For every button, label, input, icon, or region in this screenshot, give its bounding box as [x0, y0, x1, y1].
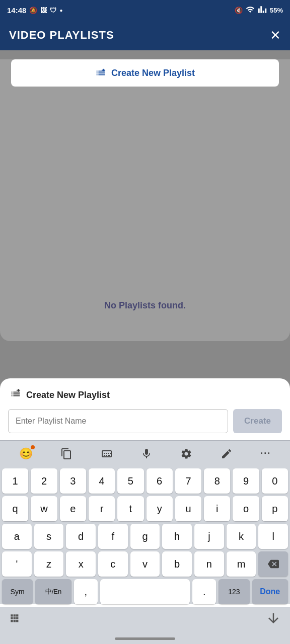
key-u[interactable]: u: [175, 496, 201, 521]
content-area: Create New Playlist No Playlists found.: [0, 59, 290, 341]
bottom-sheet-header: Create New Playlist: [0, 378, 290, 402]
create-btn-top-label: Create New Playlist: [111, 68, 195, 78]
pen-button[interactable]: [218, 445, 236, 463]
key-7[interactable]: 7: [175, 468, 201, 494]
drag-indicator-bar: [115, 637, 175, 640]
key-f[interactable]: f: [98, 524, 128, 549]
bottom-nav-bar: [0, 607, 290, 633]
keyboard-settings-button[interactable]: [98, 445, 116, 463]
key-comma[interactable]: ,: [74, 579, 98, 604]
clipboard-button[interactable]: [57, 445, 76, 463]
key-y[interactable]: y: [147, 496, 173, 521]
drag-indicator: [0, 633, 290, 644]
emoji-dot: [31, 445, 35, 449]
battery-text: 55%: [270, 7, 283, 14]
key-5[interactable]: 5: [117, 468, 143, 494]
notifications-off-icon: 🔕: [29, 7, 37, 14]
key-1[interactable]: 1: [2, 468, 28, 494]
mute-icon: 🔇: [235, 7, 243, 14]
key-w[interactable]: w: [31, 496, 57, 521]
keyboard-row-bottom: Sym 中/En , . 123 Done: [0, 579, 290, 604]
key-i[interactable]: i: [204, 496, 230, 521]
key-g[interactable]: g: [130, 524, 160, 549]
key-lang[interactable]: 中/En: [35, 579, 71, 604]
key-v[interactable]: v: [130, 551, 160, 577]
key-x[interactable]: x: [66, 551, 96, 577]
key-j[interactable]: j: [194, 524, 224, 549]
key-123[interactable]: 123: [219, 579, 249, 604]
key-2[interactable]: 2: [31, 468, 57, 494]
key-t[interactable]: t: [117, 496, 143, 521]
settings-button[interactable]: [177, 445, 195, 463]
key-z[interactable]: z: [34, 551, 64, 577]
key-4[interactable]: 4: [89, 468, 115, 494]
key-sym[interactable]: Sym: [2, 579, 33, 604]
key-period[interactable]: .: [192, 579, 216, 604]
key-a[interactable]: a: [2, 524, 32, 549]
key-h[interactable]: h: [162, 524, 192, 549]
key-c[interactable]: c: [98, 551, 128, 577]
keyboard-row-zxcv: ' z x c v b n m: [0, 551, 290, 577]
key-backspace[interactable]: [258, 551, 288, 577]
photo-icon: 🖼: [40, 7, 47, 14]
keyboard-grid-button[interactable]: [9, 613, 22, 627]
status-bar: 14:48 🔕 🖼 🛡 ● 🔇 55%: [0, 0, 290, 20]
mic-button[interactable]: [137, 445, 156, 463]
no-playlists-text: No Playlists found.: [0, 300, 290, 311]
key-m[interactable]: m: [227, 551, 256, 577]
keyboard-row-asdf: a s d f g h j k l: [0, 524, 290, 549]
bottom-sheet-title: Create New Playlist: [26, 390, 110, 400]
key-8[interactable]: 8: [204, 468, 230, 494]
key-b[interactable]: b: [162, 551, 192, 577]
key-q[interactable]: q: [2, 496, 28, 521]
playlist-icon: [10, 388, 21, 402]
key-o[interactable]: o: [233, 496, 259, 521]
more-button[interactable]: ···: [257, 445, 274, 462]
key-3[interactable]: 3: [60, 468, 86, 494]
key-p[interactable]: p: [262, 496, 288, 521]
keyboard-toolbar: 😊 ···: [0, 440, 290, 466]
key-l[interactable]: l: [258, 524, 288, 549]
signal-icon: [258, 5, 267, 16]
svg-rect-1: [102, 70, 105, 71]
input-row: Create: [0, 402, 290, 440]
key-n[interactable]: n: [194, 551, 224, 577]
bottom-sheet: Create New Playlist Create 😊 ···: [0, 378, 290, 644]
key-k[interactable]: k: [227, 524, 256, 549]
keyboard-row-qwerty: q w e r t y u i o p: [0, 496, 290, 521]
create-new-playlist-button[interactable]: Create New Playlist: [11, 59, 279, 87]
wifi-icon: [246, 5, 255, 16]
keyboard: 1 2 3 4 5 6 7 8 9 0 q w e r t y u i o p …: [0, 466, 290, 604]
key-6[interactable]: 6: [147, 468, 173, 494]
key-0[interactable]: 0: [262, 468, 288, 494]
create-playlist-button[interactable]: Create: [233, 409, 282, 433]
page-title: VIDEO PLAYLISTS: [9, 29, 114, 42]
key-e[interactable]: e: [60, 496, 86, 521]
key-s[interactable]: s: [34, 524, 64, 549]
key-r[interactable]: r: [89, 496, 115, 521]
emoji-button[interactable]: 😊: [16, 444, 36, 463]
keyboard-dismiss-button[interactable]: [266, 611, 281, 629]
keyboard-row-numbers: 1 2 3 4 5 6 7 8 9 0: [0, 468, 290, 494]
dot-icon: ●: [59, 8, 62, 13]
playlist-name-input[interactable]: [8, 409, 228, 433]
close-button[interactable]: ✕: [270, 28, 281, 43]
status-time: 14:48: [7, 6, 26, 15]
key-apostrophe[interactable]: ': [2, 551, 32, 577]
svg-rect-3: [17, 390, 20, 391]
key-9[interactable]: 9: [233, 468, 259, 494]
vpn-icon: 🛡: [50, 7, 56, 14]
title-bar: VIDEO PLAYLISTS ✕: [0, 20, 290, 50]
key-done[interactable]: Done: [252, 579, 288, 604]
key-space[interactable]: [100, 579, 190, 604]
key-d[interactable]: d: [66, 524, 96, 549]
